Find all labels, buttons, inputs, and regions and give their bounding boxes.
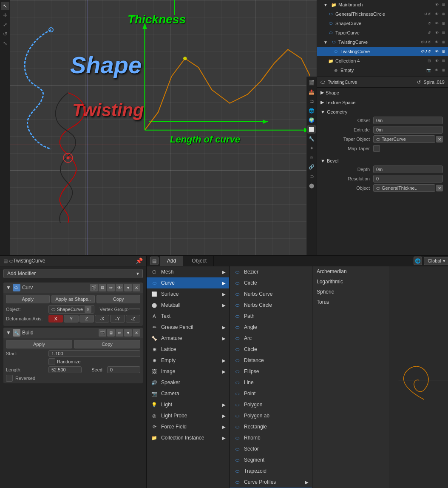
mod-build-edit-btn[interactable]: ✏ (116, 329, 123, 337)
prop-bevel-obj-clear-btn[interactable]: ✕ (436, 185, 443, 191)
outliner-vis-btn-tc[interactable]: 👁 (434, 30, 439, 36)
menu-item-surface[interactable]: ⬜ Surface ▶ (147, 288, 229, 300)
mod-curve-vg-value[interactable] (128, 308, 140, 310)
outliner-vis-btn-gtc[interactable]: 👁 (434, 11, 439, 17)
prop-section-shape-header[interactable]: ▶ Shape (317, 88, 448, 97)
mod-curve-render-btn[interactable]: 🖥 (99, 284, 106, 291)
tool-scale-icon[interactable]: ⤡ (1, 39, 9, 48)
prop-tab-physics[interactable]: ⚛ (307, 153, 316, 162)
outliner-item-twistingcurve-active[interactable]: ⬭ TwistingCurve ↺↺↺ 👁 🖥 (317, 47, 448, 56)
mod-curve-apply-btn[interactable]: Apply (6, 295, 50, 303)
menu-item-grease-pencil[interactable]: ✏ Grease Pencil ▶ (147, 322, 229, 333)
add-menu-tab-add[interactable]: Add (160, 256, 183, 266)
mod-curve-apply-shape-btn[interactable]: Apply as Shape.. (51, 295, 95, 303)
prop-tab-data[interactable]: ⬭ (307, 172, 316, 180)
menu-item-empty[interactable]: ⊕ Empty ▶ (147, 355, 229, 366)
mod-build-length-value[interactable]: 52.500 (48, 366, 82, 373)
viewport-3d[interactable]: ↖ ✛ ⤢ ↺ ⤡ Thickness Shape Twisting Lengt… (0, 0, 317, 255)
prop-value-taper[interactable]: ⬭ TaperCurve (373, 135, 435, 143)
outliner-restrict-btn[interactable]: 👁 (434, 2, 439, 8)
menu-curve-rhomb[interactable]: ⬭ Rhomb (230, 432, 312, 443)
tool-select-icon[interactable]: ↖ (1, 2, 9, 10)
prop-value-extrude[interactable]: 0m (373, 126, 443, 134)
mod-build-randomize-checkbox[interactable] (48, 358, 55, 365)
mod-pin-icon[interactable]: 📌 (136, 257, 143, 264)
prop-taper-clear-btn[interactable]: ✕ (436, 136, 443, 143)
prop-value-bevel-object[interactable]: ⬭ GeneralThickne.. (373, 184, 435, 192)
menu-curve-polygon-ab[interactable]: ⬭ Polygon ab (230, 410, 312, 421)
mod-curve-axis-ny[interactable]: -Y (110, 315, 125, 322)
menu-curve-ellipse[interactable]: ⬭ Ellipse (230, 366, 312, 377)
prop-tab-view-layer[interactable]: 🗂 (307, 97, 316, 106)
mod-curve-restrict-btn[interactable]: 👁 (116, 284, 123, 291)
mod-build-expand-btn[interactable]: ▾ (124, 329, 132, 337)
mod-curve-copy-btn[interactable]: Copy (96, 295, 140, 303)
add-menu-transform-icon[interactable]: 🌐 (414, 257, 422, 265)
mod-curve-axis-nz[interactable]: -Z (126, 315, 140, 322)
outliner-render-btn-gtc[interactable]: 🖥 (440, 11, 446, 17)
menu-item-light-probe[interactable]: ◎ Light Probe ▶ (147, 410, 229, 421)
menu-curve-rectangle[interactable]: ⬭ Rectangle (230, 421, 312, 432)
menu-curve-nurbs-circle[interactable]: ⬭ Nurbs Circle (230, 300, 312, 311)
mod-build-apply-btn[interactable]: Apply (6, 340, 72, 348)
menu-curve-polygon[interactable]: ⬭ Polygon (230, 399, 312, 410)
outliner-render-btn-col4[interactable]: 🖥 (440, 58, 446, 64)
mod-add-dropdown[interactable]: Add Modifier ▾ (3, 269, 143, 278)
mod-curve-obj-clear[interactable]: ✕ (85, 306, 91, 313)
mod-build-camera-btn[interactable]: 🎬 (99, 329, 106, 337)
outliner-render-btn-sc[interactable]: 🖥 (440, 20, 446, 26)
mod-build-menu-btn[interactable]: ✕ (133, 329, 140, 337)
menu-curve-point[interactable]: ⬭ Point (230, 388, 312, 399)
outliner-item-tapercurve[interactable]: ⬭ TaperCurve ↺ 👁 🖥 (317, 28, 448, 37)
mod-build-seed-value[interactable]: 0 (107, 366, 140, 373)
outliner-item-empty[interactable]: ⊕ Empty 📷 👁 🖥 (317, 66, 448, 75)
prop-value-resolution[interactable]: 0 (373, 175, 443, 183)
menu-item-text[interactable]: A Text (147, 311, 229, 322)
outliner-item-generalthicknesscircle[interactable]: ⬭ GeneralThicknessCircle ↺↺ 👁 🖥 (317, 9, 448, 19)
add-menu-global-dropdown[interactable]: Global ▾ (424, 257, 448, 265)
outliner-render-btn-tw[interactable]: 🖥 (440, 39, 446, 45)
tool-move-icon[interactable]: ⤢ (1, 20, 9, 29)
mod-curve-camera-btn[interactable]: 🎬 (90, 284, 98, 291)
prop-tab-particles[interactable]: ✦ (307, 144, 316, 152)
menu-curve-circle2[interactable]: ⬭ Circle (230, 344, 312, 355)
prop-checkbox-maptaper[interactable] (373, 145, 380, 152)
menu-curve-arc[interactable]: ⬭ Arc (230, 333, 312, 344)
add-menu-view-icon[interactable]: ▤ (150, 257, 159, 265)
prop-value-offset[interactable]: 0m (373, 117, 443, 124)
mod-build-render-btn[interactable]: 🖥 (107, 329, 115, 337)
menu-item-mesh[interactable]: ⬡ Mesh ▶ (147, 266, 229, 277)
prop-tab-output[interactable]: 📤 (307, 88, 316, 96)
menu-curve-segment[interactable]: ⬭ Segment (230, 454, 312, 465)
prop-section-bevel-header[interactable]: ▼ Bevel (317, 157, 448, 165)
mod-curve-axis-x[interactable]: X (48, 315, 63, 322)
outliner-item-shapecurve[interactable]: ⬭ ShapeCurve ↺ 👁 🖥 (317, 19, 448, 28)
mod-curve-axis-z[interactable]: Z (79, 315, 94, 322)
menu-item-image[interactable]: 🖼 Image ▶ (147, 366, 229, 377)
outliner-hide-btn[interactable]: 🖥 (440, 2, 446, 8)
prop-tab-world[interactable]: 🌍 (307, 116, 316, 124)
mod-build-copy-btn[interactable]: Copy (74, 340, 140, 348)
menu-curve-path[interactable]: ⬭ Path (230, 311, 312, 322)
mod-curve-object-value[interactable]: ⬭ ShapeCurve ✕ (48, 305, 94, 314)
menu-spiral-logarithmic[interactable]: Logarithmic (312, 277, 389, 287)
menu-item-force-field[interactable]: ⟳ Force Field ▶ (147, 421, 229, 432)
mod-curve-edit-btn[interactable]: ✏ (107, 284, 115, 291)
menu-item-curve[interactable]: ⬭ Curve ▶ (147, 277, 229, 288)
menu-curve-sector[interactable]: ⬭ Sector (230, 443, 312, 454)
tool-rotate-icon[interactable]: ↺ (1, 30, 9, 38)
prop-section-texture-header[interactable]: ▶ Texture Space (317, 98, 448, 106)
menu-curve-angle[interactable]: ⬭ Angle (230, 322, 312, 333)
outliner-item-mainbranch[interactable]: ▼ 📁 Mainbranch 👁 🖥 (317, 0, 448, 9)
prop-tab-modifier[interactable]: 🔧 (307, 134, 316, 143)
mod-curve-menu-btn[interactable]: ✕ (133, 284, 140, 291)
mod-curve-expand-btn[interactable]: ▾ (124, 284, 132, 291)
menu-item-camera[interactable]: 📷 Camera (147, 388, 229, 399)
mod-build-start-value[interactable]: 1.100 (48, 350, 140, 357)
outliner-item-collection4[interactable]: 📁 Collection 4 ⊞ 👁 🖥 (317, 56, 448, 66)
menu-curve-distance[interactable]: ⬭ Distance (230, 355, 312, 366)
menu-item-light[interactable]: 💡 Light ▶ (147, 399, 229, 410)
prop-value-depth[interactable]: 0m (373, 166, 443, 173)
menu-spiral-archemedian[interactable]: Archemedian (312, 266, 389, 277)
menu-curve-trapezoid[interactable]: ⬭ Trapezoid (230, 465, 312, 477)
